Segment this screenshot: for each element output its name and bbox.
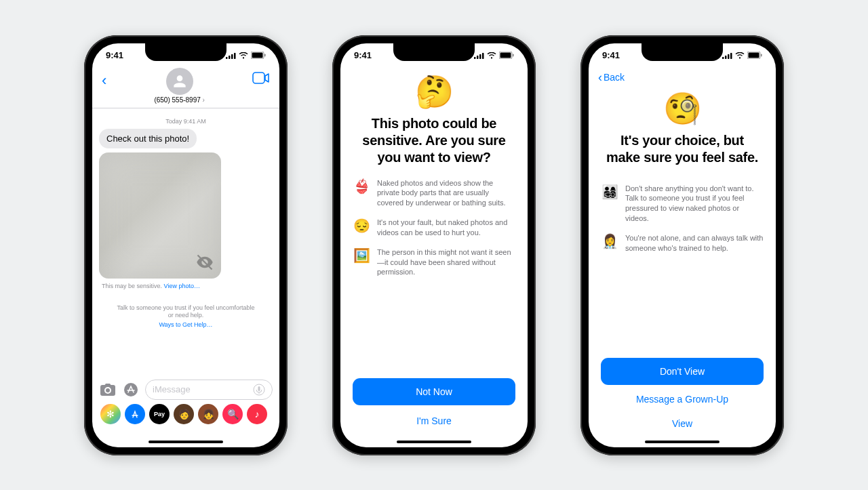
input-placeholder: iMessage	[153, 384, 191, 394]
svg-point-9	[124, 383, 138, 396]
svg-rect-17	[500, 53, 511, 58]
svg-rect-6	[264, 54, 266, 57]
status-time: 9:41	[354, 50, 372, 60]
hero-title: It's your choice, but make sure you feel…	[604, 132, 761, 166]
phone-warning: 9:41 🤔 This photo could be sensitive. Ar…	[332, 35, 536, 455]
help-text: Talk to someone you trust if you feel un…	[115, 304, 256, 320]
wifi-icon	[735, 52, 745, 59]
app-photos[interactable]: ✻	[100, 404, 121, 424]
info-row: 👙 Naked photos and videos show the priva…	[353, 178, 515, 209]
info-row: 🖼️ The person in this might not want it …	[353, 247, 515, 278]
home-indicator[interactable]	[149, 441, 223, 443]
notch	[145, 43, 226, 61]
help-link[interactable]: Ways to Get Help…	[99, 321, 273, 328]
row-text: Don't share anything you don't want to. …	[625, 184, 764, 224]
row-icon: 👙	[353, 178, 370, 195]
facetime-button[interactable]	[252, 68, 270, 87]
message-bubble: Check out this photo!	[99, 129, 197, 148]
svg-rect-13	[477, 56, 479, 59]
row-icon: 🖼️	[353, 247, 370, 264]
row-text: The person in this might not want it see…	[377, 247, 515, 278]
app-memoji-2[interactable]: 👧	[198, 404, 218, 424]
battery-icon	[251, 52, 266, 59]
back-button[interactable]: ‹ Back	[598, 70, 764, 85]
message-grownup-button[interactable]: Message a Grown-Up	[601, 389, 764, 409]
view-button[interactable]: View	[601, 413, 764, 434]
svg-rect-0	[226, 57, 228, 59]
svg-rect-19	[722, 57, 724, 59]
home-indicator[interactable]	[645, 441, 719, 443]
signal-icon	[226, 52, 236, 59]
signal-icon	[474, 52, 484, 59]
notch	[642, 43, 723, 61]
sensitive-caption: This may be sensitive. View photo…	[102, 283, 273, 289]
sensitive-photo[interactable]	[99, 152, 221, 279]
warning-content: 🤔 This photo could be sensitive. Are you…	[340, 68, 528, 447]
back-label: Back	[604, 72, 625, 83]
status-indicators	[722, 52, 762, 59]
status-indicators	[226, 52, 266, 59]
camera-icon[interactable]	[99, 381, 117, 399]
back-button[interactable]: ‹	[102, 68, 106, 89]
hero-title: This photo could be sensitive. Are you s…	[355, 115, 513, 166]
app-find[interactable]: 🔍	[222, 404, 243, 424]
wifi-icon	[239, 52, 248, 59]
svg-rect-25	[761, 54, 762, 57]
caption-text: This may be sensitive.	[102, 283, 162, 289]
battery-icon	[747, 52, 762, 59]
message-input[interactable]: iMessage	[145, 380, 273, 400]
status-time: 9:41	[602, 50, 620, 60]
row-icon: 😔	[353, 218, 370, 234]
svg-rect-3	[234, 53, 236, 59]
choice-content: ‹ Back 🧐 It's your choice, but make sure…	[589, 68, 776, 447]
hero-emoji: 🧐	[601, 90, 764, 127]
notch	[393, 43, 475, 61]
view-photo-link[interactable]: View photo…	[164, 283, 200, 289]
appstore-icon[interactable]	[122, 381, 140, 399]
contact-number: (650) 555-8997	[154, 96, 205, 104]
compose-area: iMessage ✻ Pay 🧑 👧 🔍 ♪	[92, 380, 279, 424]
signal-icon	[722, 52, 732, 59]
svg-rect-1	[229, 56, 231, 59]
app-apple-pay[interactable]: Pay	[149, 404, 170, 424]
row-text: It's not your fault, but naked photos an…	[377, 218, 515, 238]
app-memoji-1[interactable]: 🧑	[174, 404, 194, 424]
svg-rect-11	[258, 386, 260, 391]
info-rows: 👙 Naked photos and videos show the priva…	[353, 178, 515, 278]
svg-rect-21	[728, 54, 730, 59]
timestamp: Today 9:41 AM	[99, 118, 273, 125]
hidden-icon	[195, 253, 214, 272]
home-indicator[interactable]	[397, 441, 471, 443]
status-indicators	[474, 52, 514, 59]
svg-rect-22	[730, 53, 732, 59]
dictation-icon[interactable]	[253, 384, 265, 396]
info-rows: 👨‍👩‍👧‍👦 Don't share anything you don't w…	[601, 184, 764, 253]
contact-info[interactable]: (650) 555-8997	[154, 68, 205, 104]
button-stack: Not Now I'm Sure	[353, 378, 515, 431]
message-thread: Today 9:41 AM Check out this photo! This…	[92, 108, 279, 333]
row-icon: 👨‍👩‍👧‍👦	[601, 184, 618, 200]
svg-rect-5	[252, 53, 263, 58]
app-store[interactable]	[125, 404, 145, 424]
screen: 9:41 ‹ (650) 555-8997 Today 9:41 AM Chec…	[92, 43, 279, 447]
app-music[interactable]: ♪	[247, 404, 267, 424]
row-icon: 👩‍⚕️	[601, 233, 618, 249]
app-strip: ✻ Pay 🧑 👧 🔍 ♪	[99, 404, 273, 424]
svg-rect-15	[482, 53, 484, 59]
svg-rect-2	[231, 54, 233, 59]
svg-rect-7	[253, 73, 264, 83]
chevron-left-icon: ‹	[598, 70, 602, 85]
svg-rect-24	[749, 53, 760, 58]
hero-emoji: 🤔	[353, 73, 515, 110]
status-time: 9:41	[106, 50, 123, 60]
phone-choice: 9:41 ‹ Back 🧐 It's your choice, but make…	[580, 35, 784, 455]
info-row: 👨‍👩‍👧‍👦 Don't share anything you don't w…	[601, 184, 764, 224]
not-now-button[interactable]: Not Now	[353, 378, 515, 405]
avatar	[166, 68, 193, 95]
svg-rect-14	[479, 54, 481, 59]
battery-icon	[499, 52, 514, 59]
im-sure-button[interactable]: I'm Sure	[353, 411, 515, 431]
messages-header: ‹ (650) 555-8997	[92, 68, 279, 108]
dont-view-button[interactable]: Don't View	[601, 358, 764, 385]
screen: 9:41 ‹ Back 🧐 It's your choice, but make…	[589, 43, 776, 447]
